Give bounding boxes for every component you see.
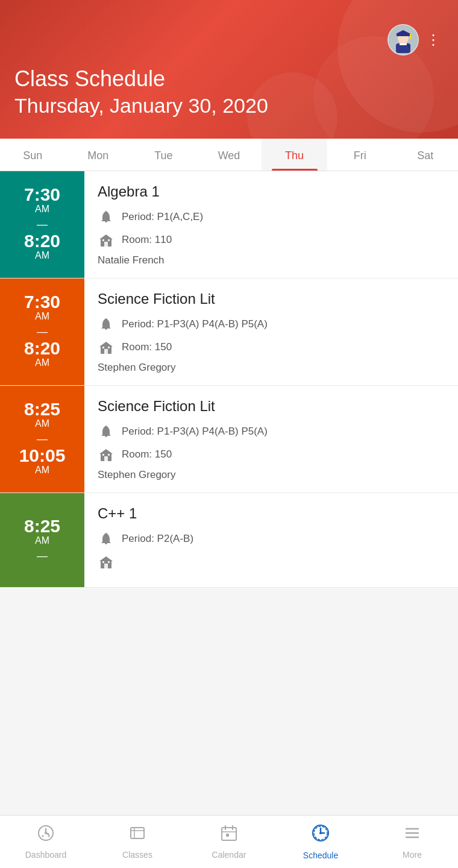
- bell-detail-3: Period: P1-P3(A) P4(A-B) P5(A): [98, 423, 446, 440]
- classes-icon: [128, 824, 146, 846]
- room-text-3: Room: 150: [122, 448, 172, 461]
- start-period-2: AM: [35, 311, 49, 322]
- room-detail-1: Room: 110: [98, 231, 446, 248]
- start-period-3: AM: [35, 418, 49, 429]
- start-time-2: 7:30: [24, 293, 60, 311]
- day-fri[interactable]: Fri: [327, 139, 393, 171]
- svg-rect-17: [104, 456, 108, 461]
- start-period-1: AM: [35, 204, 49, 215]
- item-title-1: Algebra 1: [98, 183, 446, 200]
- nav-classes[interactable]: Classes: [92, 818, 183, 866]
- room-detail-2: Room: 150: [98, 339, 446, 356]
- bell-icon-4: [98, 530, 114, 547]
- day-thu[interactable]: Thu: [262, 139, 327, 171]
- nav-more[interactable]: More: [366, 818, 458, 866]
- time-block-1: 7:30 AM — 8:20 AM: [0, 171, 84, 278]
- item-content-3: Science Fiction Lit Period: P1-P3(A) P4(…: [84, 386, 458, 492]
- nav-calendar[interactable]: Calendar: [183, 818, 275, 866]
- svg-rect-15: [108, 347, 110, 348]
- avatar[interactable]: [387, 24, 419, 55]
- day-sat[interactable]: Sat: [392, 139, 458, 171]
- room-detail-4: [98, 553, 446, 570]
- start-time-3: 8:25: [24, 400, 60, 418]
- bell-text-1: Period: P1(A,C,E): [122, 211, 203, 223]
- teacher-2: Stephen Gregory: [98, 362, 446, 374]
- time-block-4: 8:25 AM —: [0, 493, 84, 587]
- bottom-navigation: Dashboard Classes Calendar: [0, 815, 458, 868]
- bell-text-4: Period: P2(A-B): [122, 533, 193, 545]
- start-time-1: 7:30: [24, 186, 60, 204]
- calendar-icon: [220, 824, 238, 846]
- svg-rect-13: [104, 349, 108, 354]
- day-mon[interactable]: Mon: [66, 139, 131, 171]
- teacher-3: Stephen Gregory: [98, 469, 446, 481]
- building-icon-2: [98, 339, 114, 356]
- room-detail-3: Room: 150: [98, 446, 446, 463]
- bell-icon-1: [98, 209, 114, 225]
- day-tue[interactable]: Tue: [131, 139, 196, 171]
- schedule-list: 7:30 AM — 8:20 AM Algebra 1 Period: P1(A…: [0, 171, 458, 588]
- start-period-4: AM: [35, 535, 49, 546]
- dashboard-icon: [37, 824, 55, 846]
- item-title-4: C++ 1: [98, 505, 446, 522]
- svg-rect-7: [400, 43, 407, 45]
- day-navigation: Sun Mon Tue Wed Thu Fri Sat: [0, 139, 458, 171]
- item-content-4: C++ 1 Period: P2(A-B): [84, 493, 458, 587]
- teacher-1: Natalie French: [98, 254, 446, 266]
- svg-rect-21: [104, 564, 108, 568]
- day-wed[interactable]: Wed: [196, 139, 262, 171]
- header: ⋮ Class Schedule Thursday, January 30, 2…: [0, 0, 458, 139]
- nav-calendar-label: Calendar: [212, 850, 246, 860]
- svg-rect-33: [226, 834, 229, 837]
- end-time-3: 10:05: [19, 447, 66, 465]
- svg-rect-19: [108, 454, 110, 456]
- nav-schedule-label: Schedule: [303, 851, 338, 860]
- day-sun[interactable]: Sun: [0, 139, 66, 171]
- building-icon-1: [98, 231, 114, 248]
- bell-text-2: Period: P1-P3(A) P4(A-B) P5(A): [122, 318, 268, 330]
- room-text-2: Room: 150: [122, 341, 172, 353]
- page-title: Class Schedule: [14, 66, 444, 91]
- svg-rect-18: [102, 454, 104, 456]
- svg-point-36: [319, 832, 322, 834]
- svg-rect-11: [108, 239, 110, 241]
- svg-rect-23: [108, 561, 110, 563]
- bell-text-3: Period: P1-P3(A) P4(A-B) P5(A): [122, 426, 268, 438]
- time-block-2: 7:30 AM — 8:20 AM: [0, 278, 84, 385]
- start-time-4: 8:25: [24, 517, 60, 535]
- more-icon: [403, 824, 421, 846]
- svg-rect-22: [102, 561, 104, 563]
- nav-schedule[interactable]: Schedule: [275, 817, 366, 866]
- bell-detail-2: Period: P1-P3(A) P4(A-B) P5(A): [98, 316, 446, 333]
- svg-point-25: [45, 832, 47, 834]
- building-icon-3: [98, 446, 114, 463]
- end-period-2: AM: [35, 357, 49, 368]
- nav-dashboard[interactable]: Dashboard: [0, 818, 92, 866]
- time-block-3: 8:25 AM — 10:05 AM: [0, 386, 84, 492]
- bell-detail-1: Period: P1(A,C,E): [98, 209, 446, 225]
- schedule-item-cpp1[interactable]: 8:25 AM — C++ 1 Period: P2(A-B): [0, 493, 458, 588]
- svg-rect-26: [131, 828, 144, 838]
- bell-icon-2: [98, 316, 114, 333]
- bell-icon-3: [98, 423, 114, 440]
- end-period-1: AM: [35, 250, 49, 261]
- room-text-1: Room: 110: [122, 234, 172, 246]
- schedule-item-scifi1[interactable]: 7:30 AM — 8:20 AM Science Fiction Lit Pe…: [0, 278, 458, 386]
- nav-dashboard-label: Dashboard: [25, 850, 67, 860]
- nav-more-label: More: [403, 850, 422, 860]
- svg-point-6: [409, 37, 412, 39]
- svg-rect-29: [222, 828, 236, 840]
- schedule-item-scifi2[interactable]: 8:25 AM — 10:05 AM Science Fiction Lit P…: [0, 386, 458, 493]
- svg-rect-10: [102, 239, 104, 241]
- more-options-button[interactable]: ⋮: [424, 30, 444, 49]
- svg-rect-9: [104, 242, 108, 247]
- svg-rect-14: [102, 347, 104, 348]
- item-content-2: Science Fiction Lit Period: P1-P3(A) P4(…: [84, 278, 458, 385]
- nav-classes-label: Classes: [122, 850, 152, 860]
- item-title-3: Science Fiction Lit: [98, 398, 446, 415]
- bell-detail-4: Period: P2(A-B): [98, 530, 446, 547]
- item-content-1: Algebra 1 Period: P1(A,C,E): [84, 171, 458, 278]
- end-time-1: 8:20: [24, 232, 60, 250]
- end-time-2: 8:20: [24, 339, 60, 357]
- schedule-item-algebra1[interactable]: 7:30 AM — 8:20 AM Algebra 1 Period: P1(A…: [0, 171, 458, 278]
